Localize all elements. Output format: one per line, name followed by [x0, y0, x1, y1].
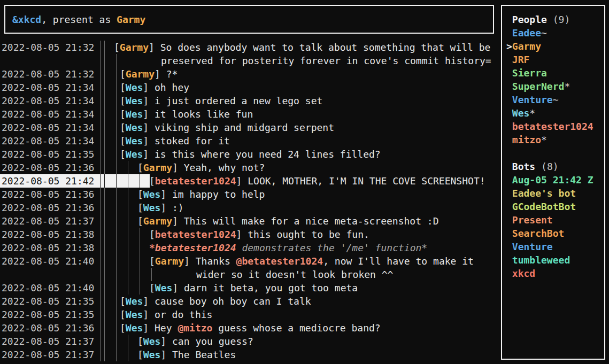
thread-line	[104, 201, 105, 214]
user-name: SuperNerd	[512, 81, 565, 92]
timestamp: 2022-08-05 21:36	[0, 321, 100, 335]
bots-label: Bots	[512, 161, 535, 172]
message-text: [betatester1024] this ought to be fun.	[149, 228, 369, 241]
chat-line[interactable]: 2022-08-05 21:32[Garmy] ?*	[0, 67, 501, 81]
message-text: [Wes] viking ship and midgard serpent	[120, 121, 334, 134]
bot-list-item[interactable]: xkcd	[502, 267, 604, 280]
nick-label: Wes	[143, 189, 161, 200]
message-cell: [Wes] The Beatles	[100, 348, 501, 361]
thread-line	[116, 348, 117, 361]
nick-label: Wes	[126, 296, 143, 307]
thread-line	[128, 268, 128, 281]
user-list-item[interactable]: JRF	[502, 53, 604, 66]
user-list-item[interactable]: Wes*	[502, 106, 604, 120]
user-list-item[interactable]: mitzo*	[502, 133, 604, 146]
bot-list-item[interactable]: GCodeBotBot	[502, 200, 604, 213]
user-list-item[interactable]: >Garmy	[502, 40, 604, 53]
nick-label: Wes	[143, 336, 161, 347]
user-status-suffix: *	[529, 107, 535, 119]
text-segment: ] im happy to help	[160, 189, 265, 200]
nick-label: Wes	[143, 349, 161, 360]
chat-line[interactable]: 2022-08-05 21:34[Wes] oh hey	[0, 81, 501, 94]
thread-line	[116, 134, 117, 148]
user-list-item[interactable]: Sierra	[502, 66, 604, 80]
nick-label: Garmy	[143, 215, 172, 227]
thread-line	[104, 174, 105, 188]
message-cell: [Garmy] Thanks @betatester1024, now I'll…	[100, 254, 501, 268]
selection-marker	[506, 268, 512, 279]
chat-line[interactable]: 2022-08-05 21:40[Garmy] Thanks @betatest…	[0, 254, 501, 268]
chat-line[interactable]: 2022-08-05 21:36[Garmy] Yeah, why not?	[0, 161, 501, 174]
chat-line[interactable]: 2022-08-05 21:37[Wes] can you guess?	[0, 335, 501, 348]
message-text: [Wes] is this where you need 24 lines fi…	[120, 148, 381, 161]
text-segment: preserved for posterity forever in cove'…	[161, 55, 491, 66]
text-segment: ] viking ship and midgard serpent	[143, 122, 334, 133]
timestamp: 2022-08-05 21:36	[0, 188, 100, 201]
text-segment: ] i just ordered a new lego set	[143, 95, 322, 106]
bot-list-item[interactable]: Venture	[502, 240, 604, 253]
chat-line[interactable]: 2022-08-05 21:35[Wes] or do this	[0, 308, 501, 321]
bot-list-item[interactable]: SearchBot	[502, 227, 604, 240]
chat-line[interactable]: 2022-08-05 21:37[Garmy] This will make f…	[0, 214, 501, 228]
message-cell: [Wes] cause boy oh boy can I talk	[100, 295, 501, 308]
text-segment: ] darn it beta, you got too meta	[172, 282, 358, 293]
thread-line	[128, 335, 128, 348]
thread-line	[104, 241, 105, 254]
user-name: Garmy	[512, 41, 541, 52]
chat-line[interactable]: preserved for posterity forever in cove'…	[0, 54, 501, 67]
text-segment: [	[120, 109, 126, 120]
bot-name: xkcd	[512, 268, 535, 279]
message-text: [Garmy] Yeah, why not?	[137, 161, 265, 174]
message-cell: [Wes] viking ship and midgard serpent	[100, 121, 501, 134]
chat-line[interactable]: wider so it doesn't look broken ^^	[0, 268, 501, 281]
chat-line[interactable]: 2022-08-05 21:34[Wes] it looks like fun	[0, 107, 501, 121]
user-list-item[interactable]: betatester1024	[502, 120, 604, 133]
thread-line	[116, 268, 117, 281]
chat-line[interactable]: 2022-08-05 21:36[Wes] Hey @mitzo guess w…	[0, 321, 501, 335]
chat-line[interactable]: 2022-08-05 21:36[Wes] :)	[0, 201, 501, 214]
nick-label: betatester1024	[155, 229, 236, 240]
message-cell: [Garmy] This will make for a nice meta-s…	[100, 214, 501, 228]
selection-marker	[506, 174, 512, 185]
user-list-item[interactable]: Venture~	[502, 93, 604, 106]
bot-list-item[interactable]: tumbleweed	[502, 253, 604, 267]
text-segment: [	[120, 82, 126, 93]
bots-count: (8)	[541, 161, 559, 172]
timestamp: 2022-08-05 21:38	[0, 241, 100, 254]
thread-line	[116, 81, 117, 94]
chat-line[interactable]: 2022-08-05 21:38*betatester1024 demonstr…	[0, 241, 501, 254]
bot-list-item[interactable]: Aug-05 21:42 Z	[502, 173, 604, 187]
chat-line[interactable]: 2022-08-05 21:42[betatester1024] LOOK, M…	[0, 174, 501, 188]
chat-line[interactable]: 2022-08-05 21:40[Wes] darn it beta, you …	[0, 281, 501, 295]
user-list-item[interactable]: SuperNerd*	[502, 80, 604, 93]
chat-line[interactable]: 2022-08-05 21:35[Wes] cause boy oh boy c…	[0, 295, 501, 308]
thread-line	[140, 241, 140, 254]
chat-line[interactable]: 2022-08-05 21:36[Wes] im happy to help	[0, 188, 501, 201]
chat-line[interactable]: 2022-08-05 21:37[Wes] The Beatles	[0, 348, 501, 361]
text-segment: ] oh hey	[143, 82, 189, 93]
chat-line[interactable]: 2022-08-05 21:32[Garmy] So does anybody …	[0, 41, 501, 54]
text-segment: wider so it doesn't look broken ^^	[196, 269, 393, 280]
user-list-item[interactable]: Eadee~	[502, 26, 604, 40]
thread-line	[116, 148, 117, 161]
chat-line[interactable]: 2022-08-05 21:38[betatester1024] this ou…	[0, 228, 501, 241]
chat-line[interactable]: 2022-08-05 21:34[Wes] stoked for it	[0, 134, 501, 148]
text-segment: guess whose a mediocre band?	[212, 322, 380, 334]
thread-line	[104, 161, 105, 174]
text-segment: ] this ought to be fun.	[236, 229, 369, 240]
chat-line[interactable]: 2022-08-05 21:34[Wes] i just ordered a n…	[0, 94, 501, 107]
bot-list-item[interactable]: Present	[502, 213, 604, 227]
timestamp: 2022-08-05 21:36	[0, 201, 100, 214]
chat-line[interactable]: 2022-08-05 21:35[Wes] is this where you …	[0, 148, 501, 161]
selection-marker	[506, 121, 512, 132]
thread-line	[128, 254, 128, 268]
thread-line	[116, 308, 117, 321]
timestamp: 2022-08-05 21:37	[0, 214, 100, 228]
thread-line	[104, 321, 105, 335]
thread-line	[128, 228, 128, 241]
chat-line[interactable]: 2022-08-05 21:34[Wes] viking ship and mi…	[0, 121, 501, 134]
message-text: [Wes] or do this	[120, 308, 212, 321]
text-segment: ] Hey	[143, 322, 178, 334]
thread-line	[116, 121, 117, 134]
bot-list-item[interactable]: Eadee's bot	[502, 187, 604, 200]
